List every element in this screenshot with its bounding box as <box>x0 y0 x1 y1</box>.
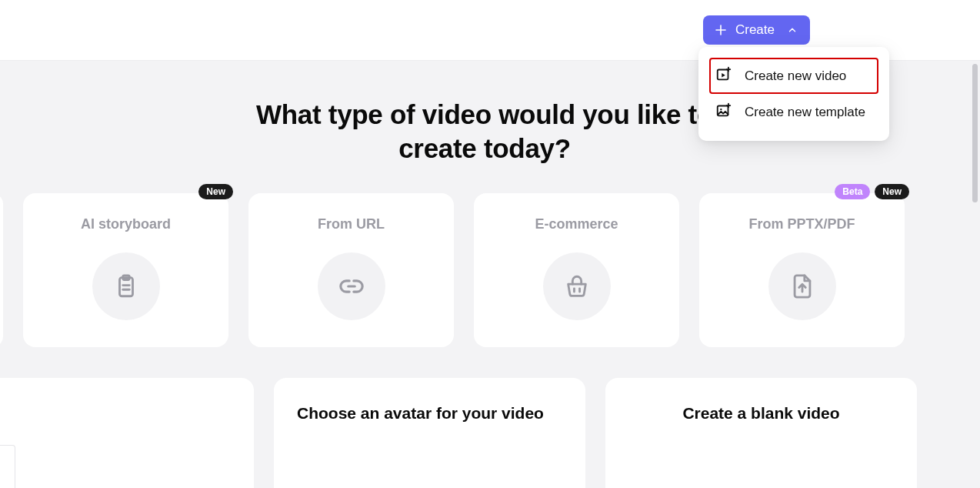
basket-icon <box>543 252 611 320</box>
card-blank-video[interactable]: Create a blank video <box>605 378 917 489</box>
card-ecommerce[interactable]: E-commerce <box>474 193 679 347</box>
svg-marker-3 <box>722 73 725 78</box>
card-from-pptx-pdf[interactable]: Beta New From PPTX/PDF <box>699 193 905 347</box>
badge-beta: Beta <box>835 184 870 199</box>
card-title: Choose an avatar for your video <box>297 403 562 423</box>
card-title: From URL <box>318 216 385 232</box>
card-row: New AI storyboard From URL <box>0 193 969 347</box>
scrollbar[interactable] <box>972 64 978 485</box>
image-plus-icon <box>715 102 732 122</box>
card-title: Create a blank video <box>628 403 894 423</box>
video-plus-icon <box>715 65 732 86</box>
create-dropdown: Create new video Create new template <box>698 47 889 141</box>
create-button-label: Create <box>735 22 775 38</box>
plus-icon <box>714 23 728 37</box>
badge-row: Beta New <box>835 184 909 199</box>
card-from-url[interactable]: From URL <box>248 193 454 347</box>
menu-item-label: Create new video <box>745 69 846 84</box>
card-peek-left-2[interactable] <box>0 378 254 489</box>
section-row-2: Choose an avatar for your video Create a… <box>0 378 969 489</box>
clipboard-icon <box>92 252 160 320</box>
create-button[interactable]: Create <box>703 15 810 45</box>
scrollbar-thumb[interactable] <box>972 64 978 202</box>
card-title: E-commerce <box>535 216 618 232</box>
svg-point-7 <box>720 109 722 110</box>
card-peek-left[interactable] <box>0 193 3 347</box>
badge-new: New <box>198 184 233 199</box>
page-title: What type of video would you like to cre… <box>238 98 731 165</box>
link-icon <box>318 252 385 320</box>
menu-create-new-video[interactable]: Create new video <box>709 58 878 94</box>
card-title: From PPTX/PDF <box>748 216 855 232</box>
menu-item-label: Create new template <box>745 105 865 120</box>
corner-panel[interactable] <box>0 445 15 488</box>
menu-create-new-template[interactable]: Create new template <box>709 94 878 130</box>
card-ai-storyboard[interactable]: New AI storyboard <box>23 193 228 347</box>
card-choose-avatar[interactable]: Choose an avatar for your video <box>274 378 585 489</box>
badge-new: New <box>875 184 909 199</box>
card-title: AI storyboard <box>81 216 171 232</box>
chevron-up-icon <box>787 25 798 35</box>
badge-row: New <box>198 184 233 199</box>
file-upload-icon <box>768 252 836 320</box>
